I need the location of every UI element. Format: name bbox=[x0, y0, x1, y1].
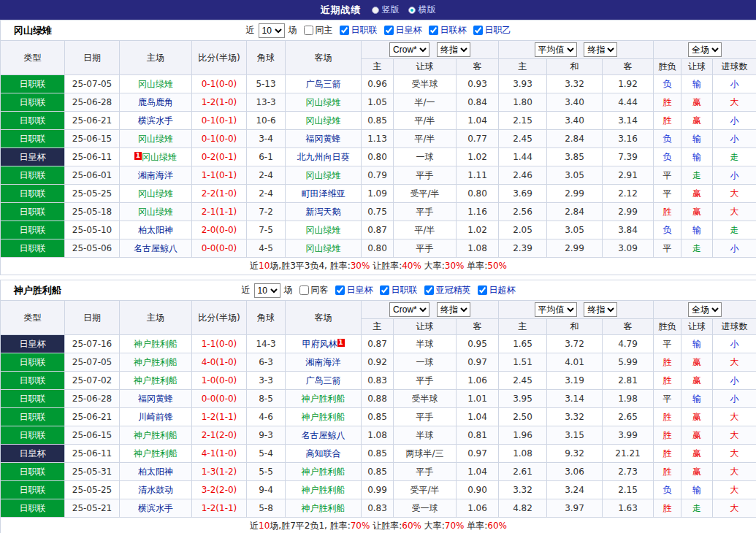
away-odds: 1.06 bbox=[457, 499, 499, 518]
team-name: 柏太阳神 bbox=[138, 467, 173, 477]
avg-home-odds: 2.15 bbox=[499, 112, 547, 130]
match-count-select[interactable]: 10 bbox=[254, 283, 280, 298]
result-goals: 小 bbox=[713, 112, 756, 130]
avg-draw-odds: 3.06 bbox=[547, 463, 603, 481]
handicap: 平手 bbox=[394, 408, 457, 426]
avg-draw-odds: 3.85 bbox=[547, 148, 603, 166]
layout-horizontal-option[interactable]: 横版 bbox=[408, 4, 436, 16]
home-team: 冈山绿雉 bbox=[120, 185, 192, 203]
home-team: 湘南海洋 bbox=[120, 166, 192, 185]
avg-home-odds: 2.45 bbox=[499, 372, 547, 390]
home-odds: 0.92 bbox=[362, 353, 394, 372]
same-venue-input[interactable] bbox=[299, 285, 309, 295]
odds-stage-select[interactable]: 终指 bbox=[437, 42, 470, 57]
avg-company-select[interactable]: 平均值 bbox=[535, 42, 577, 57]
corner-count: 9-4 bbox=[247, 481, 286, 499]
col-avg-home: 主 bbox=[499, 59, 547, 75]
league-filter-checkbox[interactable]: 日职联 bbox=[380, 284, 418, 296]
match-date: 25-06-15 bbox=[65, 130, 120, 148]
away-odds: 1.02 bbox=[457, 221, 499, 239]
league-filter-input[interactable] bbox=[380, 285, 389, 295]
league-filter-input[interactable] bbox=[429, 26, 438, 35]
summary-segment: 10 bbox=[259, 521, 270, 531]
result-goals: 大 bbox=[713, 426, 756, 445]
scope-select[interactable]: 全场 bbox=[688, 42, 722, 57]
result-wdl: 平 bbox=[654, 239, 681, 258]
score: 1-3(1-2) bbox=[192, 463, 247, 481]
match-date: 25-06-11 bbox=[65, 445, 120, 463]
league-filter-checkbox[interactable]: 日超杯 bbox=[478, 284, 516, 296]
league-filter-label: 日职乙 bbox=[485, 24, 511, 37]
league-filter-input[interactable] bbox=[478, 285, 487, 295]
league-filter-checkbox[interactable]: 日职联 bbox=[340, 24, 378, 37]
league-filter-input[interactable] bbox=[384, 26, 394, 35]
league-filter-checkbox[interactable]: 日职乙 bbox=[473, 24, 511, 37]
team-name: 神户胜利船 bbox=[302, 394, 345, 404]
match-date: 25-07-02 bbox=[65, 372, 120, 390]
avg-home-odds: 3.32 bbox=[499, 481, 547, 499]
avg-stage-select[interactable]: 终指 bbox=[584, 42, 617, 57]
away-odds: 0.84 bbox=[457, 93, 499, 112]
average-odds-group: 平均值 终指 bbox=[499, 301, 654, 319]
odds-company-select[interactable]: Crow* bbox=[389, 302, 429, 317]
handicap: 受平/半 bbox=[394, 481, 457, 499]
odds-stage-select[interactable]: 终指 bbox=[437, 302, 470, 317]
odds-company-select[interactable]: Crow* bbox=[389, 42, 429, 57]
away-odds: 1.08 bbox=[457, 239, 499, 258]
same-venue-checkbox[interactable]: 同主 bbox=[304, 24, 333, 37]
away-team: 广岛三箭 bbox=[286, 75, 362, 93]
team-name: 广岛三箭 bbox=[306, 79, 341, 89]
league-filter-checkbox[interactable]: 日皇杯 bbox=[384, 24, 422, 37]
handicap: 两球半/三 bbox=[394, 445, 457, 463]
league-filter-label: 日皇杯 bbox=[347, 284, 373, 296]
avg-away-odds: 5.99 bbox=[603, 353, 654, 372]
league-filter-input[interactable] bbox=[424, 285, 434, 295]
summary-segment: 大率: bbox=[421, 521, 445, 531]
result-handicap: 输 bbox=[681, 148, 713, 166]
summary-segment: 场,胜3平3负4, 胜率: bbox=[270, 261, 350, 271]
same-venue-checkbox[interactable]: 同客 bbox=[299, 284, 329, 296]
home-odds: 0.96 bbox=[362, 75, 394, 93]
col-goals: 进球数 bbox=[713, 319, 756, 335]
summary-segment: 让胜率: bbox=[370, 261, 402, 271]
league-type-badge: 日皇杯 bbox=[1, 148, 65, 166]
team-name-heading: 冈山绿雉 bbox=[14, 24, 52, 37]
same-venue-input[interactable] bbox=[304, 26, 313, 35]
corner-count: 10-6 bbox=[247, 112, 286, 130]
league-filter-label: 亚冠精英 bbox=[436, 284, 471, 296]
layout-vertical-option[interactable]: 竖版 bbox=[372, 4, 400, 16]
avg-draw-odds: 3.32 bbox=[547, 75, 603, 93]
league-filter-checkbox[interactable]: 日联杯 bbox=[429, 24, 467, 37]
home-odds: 0.83 bbox=[362, 372, 394, 390]
team-name: 福冈黄蜂 bbox=[138, 394, 173, 404]
avg-stage-select[interactable]: 终指 bbox=[584, 302, 617, 317]
away-team: 福冈黄蜂 bbox=[286, 130, 362, 148]
league-filter-checkbox[interactable]: 亚冠精英 bbox=[424, 284, 471, 296]
avg-company-select[interactable]: 平均值 bbox=[535, 302, 577, 317]
away-odds: 0.93 bbox=[457, 75, 499, 93]
result-handicap: 赢 bbox=[681, 408, 713, 426]
col-goals: 进球数 bbox=[713, 59, 756, 75]
team-name: 神户胜利船 bbox=[302, 503, 345, 513]
league-filter-label: 日职联 bbox=[351, 24, 378, 37]
league-filter-input[interactable] bbox=[340, 26, 349, 35]
result-wdl: 负 bbox=[654, 130, 681, 148]
avg-home-odds: 1.51 bbox=[499, 353, 547, 372]
avg-home-odds: 2.39 bbox=[499, 239, 547, 258]
score: 2-1(2-0) bbox=[192, 426, 247, 445]
league-filter-checkbox[interactable]: 日皇杯 bbox=[335, 284, 373, 296]
league-filter-input[interactable] bbox=[335, 285, 345, 295]
summary-segment: 场,胜7平2负1, 胜率: bbox=[270, 521, 350, 531]
filter-controls: 近 10 场 同主 日职联 日皇杯 bbox=[1, 20, 756, 40]
league-type-badge: 日职联 bbox=[1, 75, 65, 93]
scope-select[interactable]: 全场 bbox=[688, 302, 722, 317]
avg-home-odds: 2.56 bbox=[499, 203, 547, 221]
result-wdl: 负 bbox=[654, 221, 681, 239]
match-count-select[interactable]: 10 bbox=[259, 23, 285, 38]
score: 4-0(1-0) bbox=[192, 353, 247, 372]
avg-draw-odds: 4.01 bbox=[547, 353, 603, 372]
league-filter-input[interactable] bbox=[473, 26, 483, 35]
handicap: 半/一 bbox=[394, 93, 457, 112]
col-type: 类型 bbox=[1, 41, 65, 75]
team-name: 冈山绿雉 bbox=[138, 79, 173, 89]
